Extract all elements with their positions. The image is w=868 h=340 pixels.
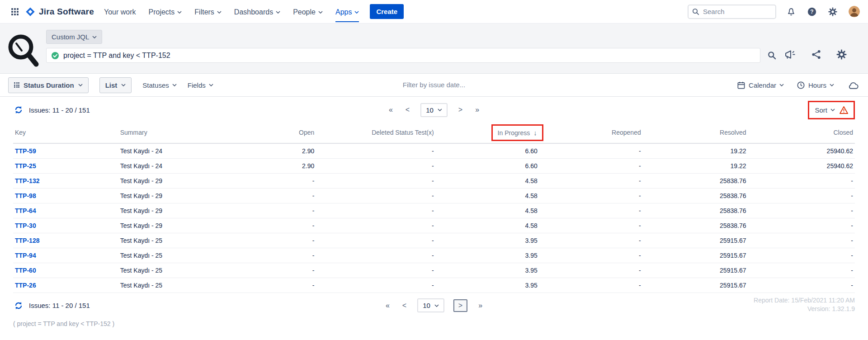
prev-page-button[interactable]: < bbox=[401, 301, 408, 311]
create-button[interactable]: Create bbox=[370, 4, 404, 19]
next-page-button[interactable]: > bbox=[457, 105, 464, 115]
issue-key-link[interactable]: TTP-98 bbox=[15, 192, 36, 199]
nav-item-dashboards[interactable]: Dashboards bbox=[234, 1, 280, 22]
issue-date-filter-input[interactable] bbox=[375, 81, 493, 89]
duration-cell: - bbox=[236, 188, 316, 203]
issue-key-link[interactable]: TTP-59 bbox=[15, 147, 36, 155]
duration-cell: 4.58 bbox=[436, 203, 539, 218]
view-type-label: Status Duration bbox=[24, 81, 74, 89]
settings-button[interactable] bbox=[827, 6, 839, 18]
nav-item-people[interactable]: People bbox=[293, 1, 323, 22]
summary-cell: Test Kaydı - 25 bbox=[118, 278, 236, 293]
sort-dropdown[interactable]: Sort bbox=[815, 106, 835, 114]
sort-label: Sort bbox=[815, 106, 827, 114]
issue-key-link[interactable]: TTP-94 bbox=[15, 252, 36, 259]
app-switcher-button[interactable] bbox=[7, 4, 23, 19]
feedback-button[interactable] bbox=[783, 48, 797, 61]
refresh-button[interactable] bbox=[13, 104, 24, 115]
search-input[interactable] bbox=[703, 8, 772, 15]
key-cell: TTP-128 bbox=[13, 233, 118, 248]
report-settings-button[interactable] bbox=[835, 48, 848, 61]
duration-cell: 25838.76 bbox=[643, 188, 748, 203]
table-row: TTP-59Test Kaydı - 242.90-6.60-19.222594… bbox=[13, 143, 855, 158]
nav-item-projects[interactable]: Projects bbox=[149, 1, 182, 22]
issue-key-link[interactable]: TTP-25 bbox=[15, 162, 36, 170]
issue-key-link[interactable]: TTP-132 bbox=[15, 177, 39, 184]
nav-item-label: Dashboards bbox=[234, 8, 273, 16]
calendar-dropdown[interactable]: Calendar bbox=[737, 81, 784, 90]
chevron-down-icon bbox=[276, 11, 280, 14]
column-header-deleted-status[interactable]: Deleted Status Test(x) bbox=[316, 123, 435, 143]
refresh-button[interactable] bbox=[13, 300, 24, 311]
sort-warning-icon[interactable] bbox=[840, 106, 848, 114]
user-avatar[interactable] bbox=[848, 5, 861, 18]
jira-brand[interactable]: Jira Software bbox=[25, 7, 94, 17]
column-header-summary[interactable]: Summary bbox=[118, 123, 236, 143]
column-header-open[interactable]: Open bbox=[236, 123, 316, 143]
last-page-button[interactable]: » bbox=[476, 301, 484, 311]
column-header-closed[interactable]: Closed bbox=[748, 123, 855, 143]
report-date-label: Report Date: 15/Feb/2021 11:20 AM bbox=[754, 297, 855, 304]
summary-cell: Test Kaydı - 25 bbox=[118, 248, 236, 263]
column-header-resolved[interactable]: Resolved bbox=[643, 123, 748, 143]
app-magnifier-logo bbox=[7, 33, 40, 71]
next-page-button[interactable]: > bbox=[453, 299, 467, 312]
column-header-reopened[interactable]: Reopened bbox=[539, 123, 643, 143]
issue-key-link[interactable]: TTP-26 bbox=[15, 282, 36, 289]
first-page-button[interactable]: « bbox=[387, 105, 395, 115]
column-header-key[interactable]: Key bbox=[13, 123, 118, 143]
nav-item-label: Apps bbox=[335, 8, 352, 16]
time-unit-dropdown[interactable]: Hours bbox=[797, 81, 834, 90]
nav-item-your-work[interactable]: Your work bbox=[104, 1, 136, 22]
view-type-select[interactable]: Status Duration bbox=[8, 77, 89, 93]
jql-query-input[interactable] bbox=[63, 52, 755, 60]
duration-cell: 3.95 bbox=[436, 248, 539, 263]
chevron-down-icon bbox=[830, 109, 835, 111]
prev-page-button[interactable]: < bbox=[404, 105, 411, 115]
help-button[interactable]: ? bbox=[806, 6, 818, 18]
refresh-icon bbox=[14, 301, 23, 310]
nav-item-apps[interactable]: Apps bbox=[335, 1, 359, 22]
issue-key-link[interactable]: TTP-64 bbox=[15, 207, 36, 214]
issue-key-link[interactable]: TTP-30 bbox=[15, 222, 36, 229]
run-search-button[interactable] bbox=[767, 50, 777, 61]
nav-item-filters[interactable]: Filters bbox=[194, 1, 222, 22]
duration-cell: - bbox=[236, 173, 316, 188]
key-cell: TTP-59 bbox=[13, 143, 118, 158]
key-cell: TTP-25 bbox=[13, 158, 118, 173]
pagination-bottom: « < 10 > » bbox=[384, 298, 484, 312]
summary-cell: Test Kaydı - 29 bbox=[118, 218, 236, 233]
fields-dropdown[interactable]: Fields bbox=[188, 81, 213, 89]
report-toolbar: Status Duration List Statuses Fields Cal… bbox=[0, 74, 868, 97]
page-size-select[interactable]: 10 bbox=[417, 298, 444, 312]
chevron-down-icon bbox=[172, 84, 177, 86]
layout-select[interactable]: List bbox=[99, 77, 132, 93]
notifications-button[interactable] bbox=[785, 6, 797, 18]
duration-cell: - bbox=[236, 263, 316, 278]
table-row: TTP-94Test Kaydı - 25--3.95-25915.67- bbox=[13, 248, 855, 263]
toolbar-right: Calendar Hours bbox=[737, 80, 860, 90]
first-page-button[interactable]: « bbox=[384, 301, 392, 311]
share-button[interactable] bbox=[810, 48, 822, 61]
jql-actions bbox=[783, 48, 859, 61]
issue-key-link[interactable]: TTP-60 bbox=[15, 267, 36, 274]
export-button[interactable] bbox=[847, 80, 860, 90]
duration-cell: 25940.62 bbox=[748, 143, 855, 158]
duration-cell: 25915.67 bbox=[643, 263, 748, 278]
jql-mode-select[interactable]: Custom JQL bbox=[46, 30, 102, 44]
chevron-down-icon bbox=[354, 11, 359, 14]
jql-main: Custom JQL bbox=[46, 29, 777, 63]
in-progress-label: In Progress bbox=[498, 129, 530, 137]
bell-icon bbox=[786, 7, 796, 17]
page-size-select[interactable]: 10 bbox=[420, 103, 448, 117]
last-page-button[interactable]: » bbox=[473, 105, 481, 115]
global-search[interactable] bbox=[688, 5, 776, 19]
issue-key-link[interactable]: TTP-128 bbox=[15, 237, 39, 244]
column-header-in-progress[interactable]: In Progress ↓ bbox=[436, 123, 539, 143]
issues-bar-top: Issues: 11 - 20 / 151 « < 10 > » Sort bbox=[0, 97, 868, 123]
statuses-dropdown[interactable]: Statuses bbox=[142, 81, 176, 89]
issues-count-label: Issues: 11 - 20 / 151 bbox=[29, 106, 90, 114]
issue-date-filter[interactable] bbox=[375, 81, 493, 89]
jql-query-field[interactable] bbox=[46, 48, 760, 63]
pagination-top: « < 10 > » bbox=[387, 103, 481, 117]
